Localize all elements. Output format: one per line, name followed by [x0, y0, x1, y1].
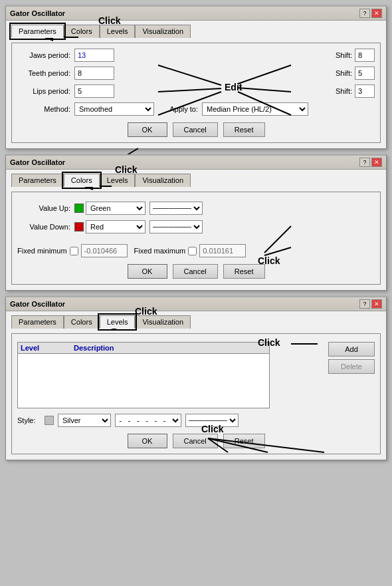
title-bar-left-3: Gator Oscillator: [10, 300, 65, 308]
tab-visualization-2[interactable]: Visualization: [135, 174, 191, 187]
reset-button-2[interactable]: Reset: [223, 264, 265, 279]
dialog-title-2: Gator Oscillator: [10, 158, 65, 166]
value-down-color-group: Red: [74, 220, 146, 233]
fixed-max-checkbox[interactable]: [188, 247, 197, 255]
levels-list: Level Description: [17, 342, 270, 408]
style-row: Style: Silver - - - - - - - ────────: [17, 414, 375, 427]
value-down-label: Value Down:: [17, 223, 70, 231]
style-label: Style:: [17, 416, 41, 424]
tab-parameters-3[interactable]: Parameters: [11, 315, 64, 329]
tab-visualization-3[interactable]: Visualization: [135, 315, 191, 329]
close-button-1[interactable]: ✕: [371, 9, 382, 18]
delete-button[interactable]: Delete: [328, 359, 375, 374]
tab-levels-1[interactable]: Levels: [100, 25, 136, 38]
apply-dropdown[interactable]: Median Price (HL/2): [202, 102, 308, 116]
jaws-shift-input[interactable]: [355, 49, 375, 62]
teeth-shift-label: Shift:: [336, 69, 352, 77]
jaws-row: Jaws period: Shift:: [17, 49, 375, 62]
value-up-style-dropdown[interactable]: ────────: [149, 202, 203, 215]
tab-parameters-1[interactable]: Parameters: [11, 25, 64, 38]
tabs-1: Parameters Colors Levels Visualization: [11, 25, 381, 38]
dialog-parameters: Gator Oscillator ? ✕ Parameters Colors L…: [5, 5, 387, 149]
teeth-label: Teeth period:: [17, 69, 70, 77]
levels-list-container: Level Description: [17, 342, 318, 408]
teeth-shift-input[interactable]: [355, 67, 375, 80]
close-button-2[interactable]: ✕: [371, 158, 382, 167]
style-width-dropdown[interactable]: ────────: [185, 414, 239, 427]
fixed-min-group: Fixed minimum: [17, 244, 128, 257]
tab-visualization-1[interactable]: Visualization: [135, 25, 191, 38]
desc-col-header: Description: [74, 344, 266, 352]
value-up-row: Value Up: Green ────────: [17, 202, 375, 215]
tabs-2: Parameters Colors Levels Visualization: [11, 174, 381, 187]
jaws-period-input[interactable]: [74, 49, 114, 62]
cancel-button-3[interactable]: Cancel: [173, 434, 218, 448]
title-bar-3: Gator Oscillator ? ✕: [6, 297, 386, 311]
teeth-row: Teeth period: Shift:: [17, 67, 375, 80]
panel3-container: Gator Oscillator ? ✕ Parameters Colors L…: [5, 296, 387, 460]
jaws-label: Jaws period:: [17, 51, 70, 59]
value-up-label: Value Up:: [17, 204, 70, 212]
method-row: Method: Smoothed Apply to: Median Price …: [17, 102, 375, 116]
apply-label: Apply to:: [158, 105, 198, 113]
ok-button-2[interactable]: OK: [128, 264, 167, 279]
help-button-1[interactable]: ?: [359, 9, 370, 18]
levels-header: Level Description: [18, 343, 269, 354]
tab-colors-2[interactable]: Colors: [64, 174, 100, 187]
tab-colors-3[interactable]: Colors: [64, 315, 100, 329]
close-button-3[interactable]: ✕: [371, 299, 382, 309]
lips-label: Lips period:: [17, 87, 70, 95]
tab-colors-1[interactable]: Colors: [64, 25, 100, 38]
teeth-period-input[interactable]: [74, 67, 114, 80]
fixed-min-checkbox[interactable]: [70, 247, 78, 255]
lips-shift-group: Shift:: [336, 84, 375, 98]
levels-main: Level Description Add Delete: [17, 342, 375, 408]
dialog-levels: Gator Oscillator ? ✕ Parameters Colors L…: [5, 296, 387, 460]
reset-button-1[interactable]: Reset: [223, 122, 265, 137]
value-up-dropdown[interactable]: Green: [86, 202, 146, 215]
help-button-2[interactable]: ?: [359, 158, 370, 167]
title-bar-1: Gator Oscillator ? ✕: [6, 7, 386, 21]
fixed-max-label: Fixed maximum: [134, 247, 186, 255]
silver-swatch: [45, 416, 54, 425]
tab-levels-3[interactable]: Levels: [100, 315, 136, 329]
panel1-container: Gator Oscillator ? ✕ Parameters Colors L…: [5, 5, 387, 149]
cancel-button-2[interactable]: Cancel: [173, 264, 218, 279]
lips-shift-input[interactable]: [355, 84, 375, 98]
style-line-dropdown[interactable]: - - - - - - -: [115, 414, 181, 427]
lips-row: Lips period: Shift:: [17, 84, 375, 98]
dialog-title-1: Gator Oscillator: [10, 9, 65, 17]
fixed-min-input[interactable]: [81, 244, 128, 257]
value-up-color-group: Green: [74, 202, 146, 215]
value-down-style-dropdown[interactable]: ────────: [149, 220, 203, 233]
help-button-3[interactable]: ?: [359, 299, 370, 309]
title-bar-buttons-3: ? ✕: [359, 299, 382, 309]
ok-button-3[interactable]: OK: [128, 434, 167, 448]
tab-levels-2[interactable]: Levels: [100, 174, 136, 187]
fixed-max-input[interactable]: [199, 244, 246, 257]
buttons-row-3: OK Cancel Reset: [17, 434, 375, 448]
reset-button-3[interactable]: Reset: [223, 434, 265, 448]
value-down-dropdown[interactable]: Red: [86, 220, 146, 233]
method-label: Method:: [17, 105, 70, 113]
cancel-button-1[interactable]: Cancel: [173, 122, 218, 137]
lips-shift-label: Shift:: [336, 87, 352, 95]
panel2-container: Gator Oscillator ? ✕ Parameters Colors L…: [5, 154, 387, 291]
title-bar-buttons-2: ? ✕: [359, 158, 382, 167]
buttons-row-2: OK Cancel Reset: [17, 264, 375, 279]
method-dropdown[interactable]: Smoothed: [74, 102, 154, 116]
buttons-row-1: OK Cancel Reset: [17, 122, 375, 137]
ok-button-1[interactable]: OK: [128, 122, 167, 137]
tab-content-3: Level Description Add Delete Style:: [11, 333, 381, 454]
red-swatch: [74, 222, 84, 231]
fixed-row: Fixed minimum Fixed maximum: [17, 244, 375, 257]
title-bar-left-1: Gator Oscillator: [10, 9, 65, 17]
green-swatch: [74, 204, 84, 213]
add-button[interactable]: Add: [328, 342, 375, 357]
lips-period-input[interactable]: [74, 84, 114, 98]
dialog-colors: Gator Oscillator ? ✕ Parameters Colors L…: [5, 154, 387, 291]
level-col-header: Level: [21, 344, 74, 352]
dialog-content-3: Parameters Colors Levels Visualization L…: [6, 311, 386, 460]
style-color-dropdown[interactable]: Silver: [58, 414, 111, 427]
tab-parameters-2[interactable]: Parameters: [11, 174, 64, 187]
